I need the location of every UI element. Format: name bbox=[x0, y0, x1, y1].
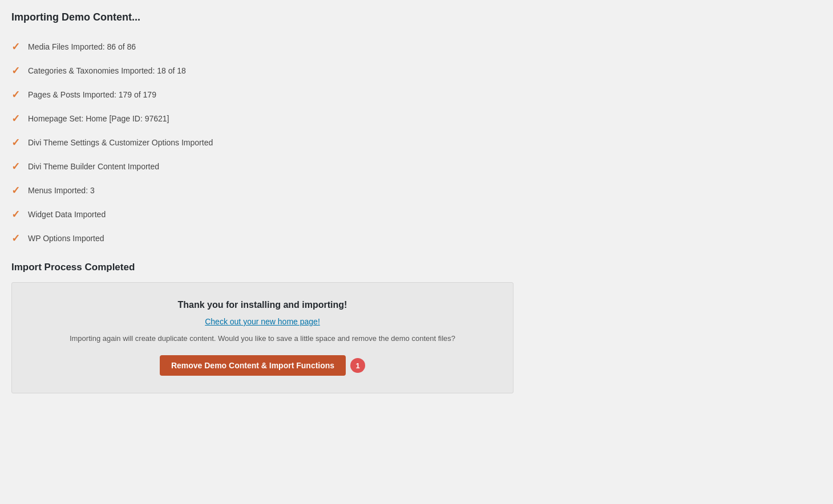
import-item-text: Widget Data Imported bbox=[28, 210, 106, 219]
import-item-pages-posts: ✓Pages & Posts Imported: 179 of 179 bbox=[11, 83, 822, 107]
checkmark-icon: ✓ bbox=[11, 208, 20, 221]
checkmark-icon: ✓ bbox=[11, 160, 20, 173]
remove-demo-button[interactable]: Remove Demo Content & Import Functions bbox=[160, 355, 346, 376]
import-item-homepage: ✓Homepage Set: Home [Page ID: 97621] bbox=[11, 107, 822, 131]
import-item-text: Menus Imported: 3 bbox=[28, 186, 95, 195]
completion-box: Thank you for installing and importing! … bbox=[11, 282, 513, 393]
duplicate-warning-text: Importing again will create duplicate co… bbox=[63, 334, 462, 343]
import-item-text: Divi Theme Builder Content Imported bbox=[28, 162, 159, 171]
remove-btn-wrapper: Remove Demo Content & Import Functions 1 bbox=[23, 355, 502, 376]
checkmark-icon: ✓ bbox=[11, 64, 20, 77]
import-item-divi-settings: ✓Divi Theme Settings & Customizer Option… bbox=[11, 131, 822, 155]
import-item-wp-options: ✓WP Options Imported bbox=[11, 226, 822, 250]
import-item-text: Pages & Posts Imported: 179 of 179 bbox=[28, 90, 156, 99]
checkmark-icon: ✓ bbox=[11, 232, 20, 245]
checkmark-icon: ✓ bbox=[11, 136, 20, 149]
import-item-categories: ✓Categories & Taxonomies Imported: 18 of… bbox=[11, 59, 822, 83]
import-list: ✓Media Files Imported: 86 of 86✓Categori… bbox=[11, 35, 822, 250]
import-item-divi-builder: ✓Divi Theme Builder Content Imported bbox=[11, 155, 822, 178]
import-item-text: Categories & Taxonomies Imported: 18 of … bbox=[28, 66, 186, 75]
import-item-text: Media Files Imported: 86 of 86 bbox=[28, 42, 136, 51]
import-item-widget-data: ✓Widget Data Imported bbox=[11, 202, 822, 226]
checkmark-icon: ✓ bbox=[11, 88, 20, 101]
import-item-text: Homepage Set: Home [Page ID: 97621] bbox=[28, 114, 169, 123]
checkmark-icon: ✓ bbox=[11, 40, 20, 53]
thank-you-text: Thank you for installing and importing! bbox=[23, 300, 502, 310]
completion-heading: Import Process Completed bbox=[11, 262, 822, 273]
import-item-media-files: ✓Media Files Imported: 86 of 86 bbox=[11, 35, 822, 59]
import-item-menus: ✓Menus Imported: 3 bbox=[11, 178, 822, 202]
import-item-text: WP Options Imported bbox=[28, 234, 104, 243]
import-item-text: Divi Theme Settings & Customizer Options… bbox=[28, 138, 213, 147]
page-title: Importing Demo Content... bbox=[11, 11, 822, 23]
home-page-link[interactable]: Check out your new home page! bbox=[23, 317, 502, 326]
checkmark-icon: ✓ bbox=[11, 184, 20, 197]
notification-badge: 1 bbox=[350, 358, 365, 373]
checkmark-icon: ✓ bbox=[11, 112, 20, 125]
